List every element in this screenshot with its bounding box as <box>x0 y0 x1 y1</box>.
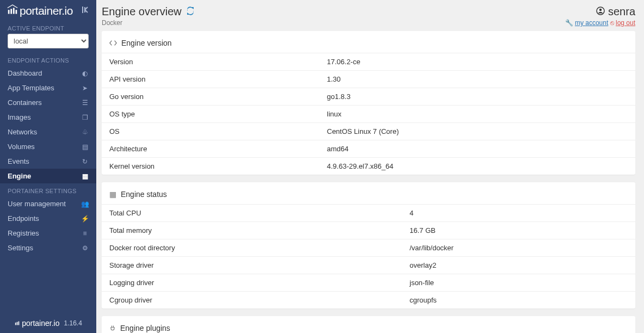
sidebar-header: portainer.io <box>0 0 96 21</box>
refresh-icon[interactable] <box>186 7 195 17</box>
table-row: Total CPU4 <box>102 205 635 222</box>
engine-version-table: Version17.06.2-ce API version1.30 Go ver… <box>102 53 635 175</box>
brand-logo[interactable]: portainer.io <box>7 3 73 18</box>
sidebar-item-registries[interactable]: Registries ≡ <box>0 226 96 240</box>
sidebar: portainer.io ACTIVE ENDPOINT local ENDPO… <box>0 0 96 333</box>
portainer-settings-label: PORTAINER SETTINGS <box>0 183 96 196</box>
th-icon: ▦ <box>109 190 116 199</box>
user-box: senra 🔧 my account ⎋ log out <box>565 5 635 27</box>
brand-name: portainer.io <box>20 4 73 17</box>
sitemap-icon: ♧ <box>81 128 89 136</box>
wrench-icon: 🔧 <box>565 19 573 27</box>
sidebar-item-user-management[interactable]: User management 👥 <box>0 196 96 211</box>
engine-status-table: Total CPU4 Total memory16.7 GB Docker ro… <box>102 204 635 309</box>
sidebar-item-containers[interactable]: Containers ☰ <box>0 95 96 110</box>
sidebar-item-app-templates[interactable]: App Templates ➤ <box>0 81 96 95</box>
table-row: Total memory16.7 GB <box>102 222 635 239</box>
svg-rect-2 <box>13 8 15 14</box>
table-row: Cgroup drivercgroupfs <box>102 292 635 309</box>
log-out-link[interactable]: log out <box>616 19 635 27</box>
nav-label: Dashboard <box>8 69 42 77</box>
engine-plugins-panel: Engine plugins Volumelocal Networkbridge… <box>102 316 635 333</box>
cogs-icon: ⚙ <box>81 244 89 252</box>
table-row: Logging driverjson-file <box>102 274 635 292</box>
user-icon <box>596 5 605 18</box>
sidebar-item-images[interactable]: Images ❐ <box>0 110 96 125</box>
sidebar-item-networks[interactable]: Networks ♧ <box>0 125 96 139</box>
footer-version: 1.16.4 <box>64 319 82 327</box>
table-row: Go versiongo1.8.3 <box>102 88 635 106</box>
nav-label: Settings <box>8 244 33 252</box>
active-endpoint-label: ACTIVE ENDPOINT <box>0 21 96 34</box>
table-row: API version1.30 <box>102 71 635 88</box>
table-row: Version17.06.2-ce <box>102 53 635 71</box>
panel-title: Engine version <box>121 39 172 47</box>
nav-label: User management <box>8 200 66 208</box>
list-icon: ☰ <box>81 99 89 107</box>
svg-rect-0 <box>8 10 10 14</box>
nav-label: Volumes <box>8 143 35 151</box>
sidebar-footer: portainer.io 1.16.4 <box>0 313 96 333</box>
username: senra <box>608 5 635 18</box>
nav-label: Events <box>8 157 29 165</box>
svg-rect-6 <box>17 322 18 325</box>
sidebar-item-endpoints[interactable]: Endpoints ⚡ <box>0 211 96 226</box>
th-icon: ▦ <box>81 172 89 180</box>
table-row: Kernel version4.9.63-29.el7.x86_64 <box>102 158 635 175</box>
panel-title: Engine status <box>121 190 167 199</box>
sidebar-item-settings[interactable]: Settings ⚙ <box>0 240 96 255</box>
nav-label: Containers <box>8 98 42 107</box>
table-row: Architectureamd64 <box>102 140 635 158</box>
page-title: Engine overview <box>102 5 195 18</box>
nav-label: Registries <box>8 229 39 237</box>
table-row: Storage driveroverlay2 <box>102 257 635 274</box>
sidebar-item-engine[interactable]: Engine ▦ <box>0 169 96 183</box>
history-icon: ↻ <box>81 158 89 165</box>
endpoint-actions-label: ENDPOINT ACTIONS <box>0 53 96 66</box>
table-row: OSCentOS Linux 7 (Core) <box>102 123 635 140</box>
sidebar-item-events[interactable]: Events ↻ <box>0 154 96 169</box>
topbar: Engine overview Docker senra 🔧 my accoun… <box>102 5 635 27</box>
code-icon <box>109 39 117 47</box>
table-row: OS typelinux <box>102 106 635 123</box>
svg-rect-4 <box>82 7 83 13</box>
breadcrumb: Docker <box>102 19 195 27</box>
footer-logo: portainer.io <box>14 319 59 328</box>
svg-rect-3 <box>16 10 17 14</box>
sidebar-item-volumes[interactable]: Volumes ▤ <box>0 139 96 154</box>
nav-label: Networks <box>8 128 37 136</box>
panel-title: Engine plugins <box>120 324 170 332</box>
users-icon: 👥 <box>81 200 89 208</box>
svg-point-9 <box>599 9 602 11</box>
nav-label: Endpoints <box>8 214 39 223</box>
clone-icon: ❐ <box>81 114 89 121</box>
engine-version-panel: Engine version Version17.06.2-ce API ver… <box>102 31 635 175</box>
svg-rect-1 <box>10 9 12 14</box>
plug-icon: ⚡ <box>81 215 89 223</box>
signout-icon: ⎋ <box>610 19 614 27</box>
nav-label: Engine <box>8 172 31 180</box>
my-account-link[interactable]: my account <box>575 19 608 27</box>
table-row: Docker root directory/var/lib/docker <box>102 239 635 257</box>
database-icon: ≡ <box>81 230 89 237</box>
nav-label: App Templates <box>8 84 54 92</box>
rocket-icon: ➤ <box>81 84 89 92</box>
engine-status-panel: ▦ Engine status Total CPU4 Total memory1… <box>102 182 635 309</box>
sidebar-collapse-icon[interactable] <box>82 5 91 17</box>
plug-icon <box>109 325 116 331</box>
sidebar-item-dashboard[interactable]: Dashboard ◐ <box>0 66 96 81</box>
main-content: Engine overview Docker senra 🔧 my accoun… <box>96 0 644 333</box>
hdd-icon: ▤ <box>81 143 89 151</box>
tachometer-icon: ◐ <box>81 70 89 77</box>
svg-rect-7 <box>18 322 20 325</box>
svg-rect-5 <box>15 323 16 325</box>
endpoint-select[interactable]: local <box>8 34 89 48</box>
nav-label: Images <box>8 113 31 121</box>
